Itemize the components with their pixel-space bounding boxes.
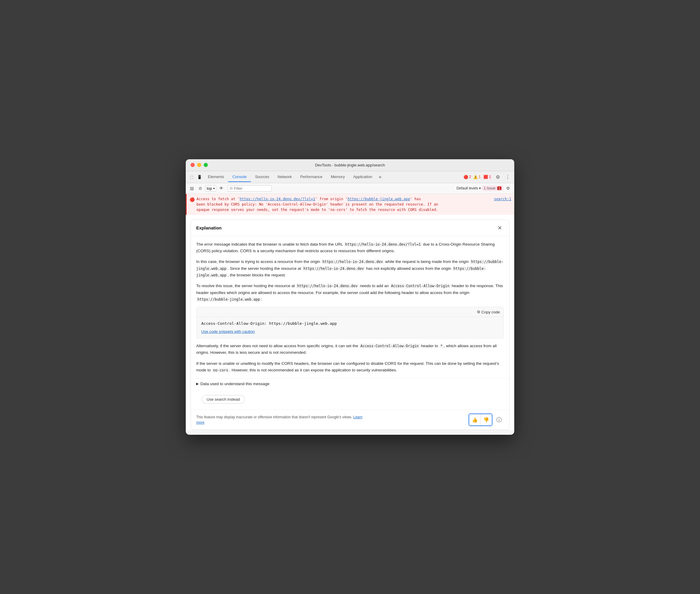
- eye-icon[interactable]: 👁: [217, 185, 225, 192]
- error-text: Access to fetch at 'https://hello-io-24.…: [197, 196, 489, 212]
- feedback-bar: This feature may display inaccurate or o…: [191, 410, 509, 430]
- info-square-icon: 🟥: [484, 175, 488, 179]
- triangle-right-icon: ▶: [196, 382, 199, 386]
- tab-network[interactable]: Network: [274, 172, 296, 182]
- more-tabs-icon[interactable]: »: [376, 173, 384, 181]
- explanation-para3: To resolve this issue, the server hostin…: [196, 283, 504, 303]
- titlebar: DevTools - bubble-jingle.web.app/search: [186, 159, 514, 171]
- close-button[interactable]: [190, 163, 195, 167]
- tab-right-area: 🔴 2 ⚠️ 1 🟥 1 ⚙ ⋮: [463, 173, 512, 181]
- tab-console[interactable]: Console: [228, 172, 251, 182]
- thumbs-group: 👍 👎: [468, 414, 492, 426]
- sidebar-toggle-icon[interactable]: ▤: [188, 185, 196, 192]
- use-search-area: Use search instead: [191, 390, 509, 410]
- filter-icon: ⊟: [230, 186, 233, 190]
- inspect-icon[interactable]: ⬚: [188, 174, 195, 180]
- context-label: top: [207, 186, 212, 191]
- use-search-button[interactable]: Use search instead: [202, 395, 245, 404]
- window-controls: [190, 163, 208, 167]
- tab-list: Elements Console Sources Network Perform…: [204, 172, 463, 182]
- thumbs-down-button[interactable]: 👎: [481, 414, 492, 426]
- code-block-header: ⧉ Copy code: [197, 307, 503, 317]
- thumbs-up-button[interactable]: 👍: [469, 414, 481, 426]
- window-title: DevTools - bubble-jingle.web.app/search: [315, 163, 385, 167]
- levels-chevron-icon: ▾: [479, 186, 481, 190]
- close-explanation-button[interactable]: ✕: [496, 224, 504, 232]
- feedback-buttons: 👍 👎 ⓘ: [468, 414, 504, 426]
- warn-badge[interactable]: ⚠️ 1: [473, 175, 481, 179]
- info-badge[interactable]: 🟥 1: [482, 174, 492, 179]
- error-url1-link[interactable]: https://hello-io-24.deno.dev/?lvl=1: [240, 197, 315, 201]
- clear-console-icon[interactable]: ⊘: [197, 185, 204, 192]
- minimize-button[interactable]: [197, 163, 201, 167]
- explanation-header: Explanation ✕: [191, 220, 509, 236]
- more-options-icon[interactable]: ⋮: [503, 173, 512, 181]
- explanation-title: Explanation: [196, 225, 221, 230]
- tab-application[interactable]: Application: [349, 172, 377, 182]
- error-url2-link[interactable]: https://bubble-jingle.web.app: [348, 197, 410, 201]
- explanation-panel: Explanation ✕ The error message indicate…: [190, 220, 510, 430]
- code-block-body: Access-Control-Allow-Origin: https://bub…: [197, 317, 503, 338]
- caution-link[interactable]: Use code snippets with caution: [201, 329, 255, 334]
- console-content: 🔴 Access to fetch at 'https://hello-io-2…: [186, 194, 514, 430]
- explanation-body: The error message indicates that the bro…: [191, 236, 509, 378]
- data-toggle-button[interactable]: ▶ Data used to understand this message: [196, 382, 269, 386]
- issue-count: 1: [497, 187, 501, 190]
- explanation-para5: If the server is unable or unwilling to …: [196, 360, 504, 374]
- chevron-down-icon: ▾: [213, 187, 215, 190]
- tab-sources[interactable]: Sources: [251, 172, 274, 182]
- error-badge[interactable]: 🔴 2: [463, 175, 471, 179]
- code-block: ⧉ Copy code Access-Control-Allow-Origin:…: [196, 307, 504, 338]
- explanation-para1: The error message indicates that the bro…: [196, 241, 504, 255]
- error-icon: 🔴: [189, 197, 195, 203]
- console-toolbar: ▤ ⊘ top ▾ 👁 ⊟ Default levels ▾ 1 Issue: …: [186, 183, 514, 194]
- data-section: ▶ Data used to understand this message: [191, 378, 509, 390]
- context-selector: top ▾: [205, 185, 216, 192]
- device-icon[interactable]: 📱: [195, 174, 204, 180]
- devtools-window: DevTools - bubble-jingle.web.app/search …: [186, 159, 514, 435]
- tab-elements[interactable]: Elements: [204, 172, 228, 182]
- filter-input[interactable]: [234, 186, 270, 191]
- tab-memory[interactable]: Memory: [327, 172, 349, 182]
- default-levels-selector[interactable]: Default levels ▾: [457, 186, 481, 190]
- code-snippet: Access-Control-Allow-Origin: https://bub…: [201, 321, 499, 326]
- tab-performance[interactable]: Performance: [296, 172, 326, 182]
- maximize-button[interactable]: [204, 163, 208, 167]
- copy-icon: ⧉: [477, 309, 480, 314]
- issue-badge[interactable]: 1 Issue: 1: [482, 186, 503, 191]
- error-source[interactable]: search:1: [494, 196, 511, 202]
- copy-code-button[interactable]: ⧉ Copy code: [477, 309, 500, 314]
- info-icon-button[interactable]: ⓘ: [494, 415, 504, 425]
- console-settings-icon[interactable]: ⚙: [504, 185, 512, 192]
- feedback-disclaimer: This feature may display inaccurate or o…: [196, 415, 365, 425]
- settings-icon[interactable]: ⚙: [494, 173, 502, 181]
- error-row: 🔴 Access to fetch at 'https://hello-io-2…: [186, 194, 514, 215]
- error-circle-icon: 🔴: [463, 175, 468, 179]
- warn-triangle-icon: ⚠️: [473, 175, 478, 179]
- explanation-para2: In this case, the browser is trying to a…: [196, 259, 504, 278]
- explanation-para4: Alternatively, if the server does not ne…: [196, 343, 504, 356]
- filter-area: ⊟: [228, 185, 272, 192]
- devtools-tabbar: ⬚ 📱 Elements Console Sources Network Per…: [186, 171, 514, 183]
